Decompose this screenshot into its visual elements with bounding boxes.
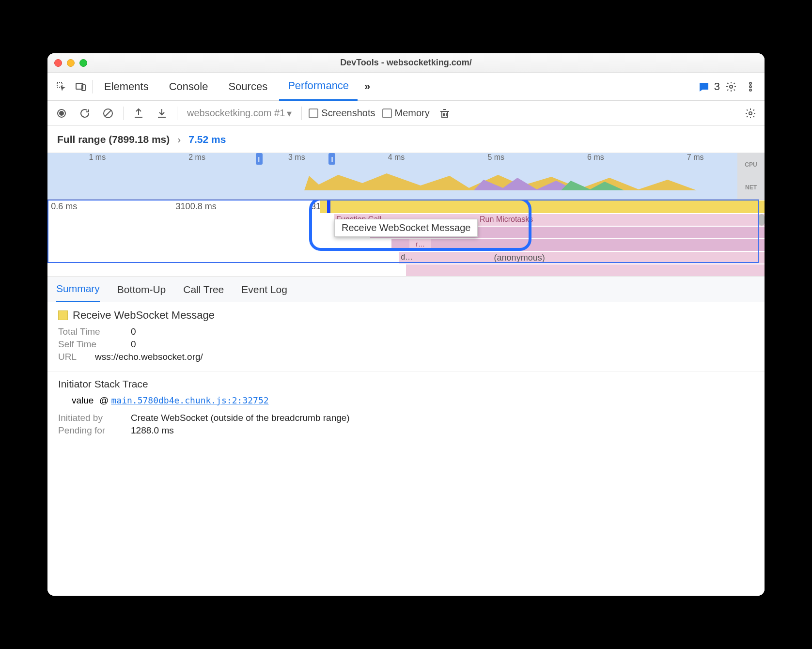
self-time-row: Self Time 0 — [58, 339, 754, 350]
traffic-lights — [54, 59, 87, 67]
pending-for-row: Pending for 1288.0 ms — [58, 425, 754, 436]
overview-ruler: 1 ms 2 ms 3 ms 4 ms 5 ms 6 ms 7 ms — [47, 153, 745, 168]
total-time-label: Total Time — [58, 326, 121, 337]
overview-selection-handle-right[interactable] — [328, 153, 335, 165]
svg-point-8 — [60, 111, 63, 115]
initiated-by-label: Initiated by — [58, 413, 121, 423]
ruler-tick: 6 ms — [546, 153, 646, 168]
checkbox-icon — [382, 108, 392, 118]
flame-bar[interactable] — [406, 264, 765, 276]
capture-settings-gear-icon[interactable] — [742, 105, 759, 122]
record-button[interactable] — [53, 105, 70, 122]
svg-point-3 — [730, 85, 733, 88]
tabs-overflow-button[interactable]: » — [360, 73, 374, 101]
event-name: Receive WebSocket Message — [73, 309, 215, 322]
recording-name: websocketking.com #1 — [187, 108, 285, 119]
tab-sources[interactable]: Sources — [219, 73, 276, 101]
self-time-value: 0 — [131, 339, 136, 350]
tab-summary[interactable]: Summary — [56, 277, 100, 302]
pending-for-label: Pending for — [58, 425, 121, 436]
full-range-label[interactable]: Full range (7899.18 ms) — [57, 134, 170, 145]
flame-tooltip: Receive WebSocket Message — [334, 219, 478, 237]
svg-point-10 — [749, 112, 752, 115]
devtools-tablist: Elements Console Sources Performance » 3 — [47, 73, 765, 101]
overview-activity-graph — [47, 171, 726, 190]
url-label: URL — [58, 352, 85, 362]
tab-elements[interactable]: Elements — [95, 73, 157, 101]
svg-point-4 — [750, 82, 751, 84]
url-value: wss://echo.websocket.org/ — [95, 352, 203, 362]
ruler-tick: 3100.8 ms — [176, 201, 217, 212]
flame-bar-d[interactable]: d… — [399, 252, 442, 263]
screenshots-checkbox[interactable]: Screenshots — [309, 108, 375, 119]
flame-bar-anonymous[interactable]: (anonymous) — [492, 252, 636, 263]
flame-chart[interactable]: 0.6 ms 3100.8 ms 3101.0 ms 3101.2 ms 310… — [47, 200, 765, 277]
ruler-tick: 2 ms — [147, 153, 247, 168]
stack-frame: value @ main.5780db4e.chunk.js:2:32752 — [58, 395, 754, 406]
event-color-swatch — [58, 310, 68, 320]
summary-panel: Receive WebSocket Message Total Time 0 S… — [47, 302, 765, 596]
tab-performance[interactable]: Performance — [279, 73, 358, 101]
collect-garbage-icon[interactable] — [437, 105, 453, 122]
ruler-tick: 4 ms — [346, 153, 446, 168]
scrollbar-thumb[interactable] — [759, 214, 765, 226]
pending-for-value: 1288.0 ms — [131, 425, 174, 436]
self-time-label: Self Time — [58, 339, 121, 350]
device-toolbar-icon[interactable] — [73, 78, 89, 95]
stack-frame-fn: value — [72, 395, 94, 405]
upload-profile-icon[interactable] — [130, 105, 147, 122]
memory-label: Memory — [395, 108, 430, 119]
inspect-element-icon[interactable] — [53, 78, 70, 95]
selected-event-marker — [327, 201, 330, 213]
close-button[interactable] — [54, 59, 62, 67]
issues-button[interactable]: 3 — [699, 80, 720, 93]
window-title: DevTools - websocketking.com/ — [47, 58, 765, 68]
initiated-by-row: Initiated by Create WebSocket (outside o… — [58, 413, 754, 423]
minimize-button[interactable] — [67, 59, 75, 67]
recording-select[interactable]: websocketking.com #1 ▾ — [184, 107, 295, 120]
ruler-tick: 5 ms — [446, 153, 546, 168]
checkbox-icon — [309, 108, 318, 118]
reload-record-button[interactable] — [77, 105, 93, 122]
divider — [177, 107, 177, 120]
more-menu-icon[interactable] — [742, 78, 759, 95]
ruler-tick: 0.6 ms — [51, 201, 77, 212]
ruler-tick: 1 ms — [47, 153, 147, 168]
total-time-value: 0 — [131, 326, 136, 337]
settings-gear-icon[interactable] — [723, 78, 739, 95]
summary-section: Receive WebSocket Message Total Time 0 S… — [47, 302, 765, 371]
clear-button[interactable] — [100, 105, 116, 122]
chevron-right-icon: › — [177, 134, 181, 145]
divider — [123, 107, 124, 120]
divider — [301, 107, 302, 120]
stack-at: @ — [99, 395, 109, 405]
window-titlebar: DevTools - websocketking.com/ — [47, 53, 765, 73]
tab-call-tree[interactable]: Call Tree — [183, 277, 224, 302]
tab-event-log[interactable]: Event Log — [241, 277, 287, 302]
memory-checkbox[interactable]: Memory — [382, 108, 430, 119]
overview-selection-handle-left[interactable] — [256, 153, 263, 165]
chevron-down-icon: ▾ — [287, 108, 292, 119]
tab-console[interactable]: Console — [160, 73, 217, 101]
ruler-tick: 7 ms — [645, 153, 745, 168]
screenshots-label: Screenshots — [321, 108, 375, 119]
download-profile-icon[interactable] — [154, 105, 170, 122]
svg-point-6 — [750, 89, 751, 91]
url-row: URL wss://echo.websocket.org/ — [58, 352, 754, 362]
timeline-overview[interactable]: 1 ms 2 ms 3 ms 4 ms 5 ms 6 ms 7 ms CPU N… — [47, 153, 765, 200]
total-time-row: Total Time 0 — [58, 326, 754, 337]
overview-side-labels: CPU NET — [737, 153, 765, 199]
stack-trace-header: Initiator Stack Trace — [58, 378, 754, 390]
details-tablist: Summary Bottom-Up Call Tree Event Log — [47, 277, 765, 302]
maximize-button[interactable] — [79, 59, 87, 67]
stack-trace-section: Initiator Stack Trace value @ main.5780d… — [47, 371, 765, 445]
range-breadcrumb: Full range (7899.18 ms) › 7.52 ms — [47, 126, 765, 153]
issues-count: 3 — [714, 80, 720, 93]
cpu-label: CPU — [737, 153, 765, 176]
devtools-window: DevTools - websocketking.com/ Elements C… — [47, 53, 765, 596]
performance-toolbar: websocketking.com #1 ▾ Screenshots Memor… — [47, 101, 765, 126]
selected-range-label[interactable]: 7.52 ms — [188, 134, 226, 145]
divider — [92, 80, 93, 93]
tab-bottom-up[interactable]: Bottom-Up — [117, 277, 166, 302]
stack-frame-link[interactable]: main.5780db4e.chunk.js:2:32752 — [111, 395, 268, 405]
